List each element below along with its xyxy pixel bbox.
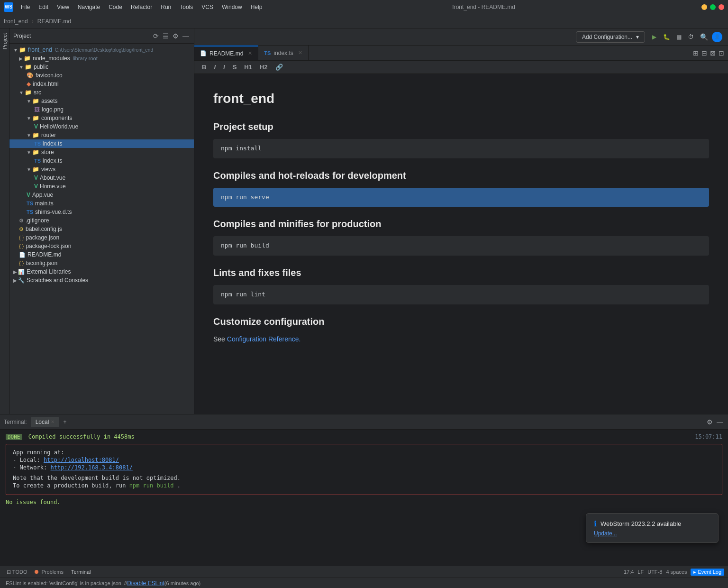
settings-icon[interactable]: ⚙ [172,31,180,41]
tree-views[interactable]: ▼ 📁 views [9,165,194,174]
tree-components-label: components [41,115,72,121]
problems-item[interactable]: Problems [32,568,66,576]
tree-shims-vue[interactable]: TS shims-vue.d.ts [9,208,194,216]
tree-index-html[interactable]: ◆ index.html [9,80,194,88]
tree-src[interactable]: ▼ 📁 src [9,88,194,97]
link-button[interactable]: 🔗 [273,63,285,72]
terminal-time: 15:07:11 [695,433,722,440]
terminal-no-issues-text: No issues found. [6,499,61,505]
code-npm-serve: npm run serve [213,188,709,207]
tree-external-libs[interactable]: ▶ 📊 External Libraries [9,267,194,276]
tree-hello-world[interactable]: V HelloWorld.vue [9,122,194,131]
terminal-minimize-icon[interactable]: — [716,417,724,427]
terminal-network-url[interactable]: http://192.168.3.4:8081/ [50,464,132,471]
run-button[interactable]: ▶ [649,32,659,42]
tree-package-lock[interactable]: { } package-lock.json [9,242,194,250]
tree-about-vue[interactable]: V About.vue [9,174,194,182]
tree-store[interactable]: ▼ 📁 store [9,148,194,156]
tree-tsconfig[interactable]: { } tsconfig.json [9,259,194,267]
tree-home-vue-label: Home.vue [40,183,66,190]
menu-refactor[interactable]: Refactor [127,3,156,11]
readme-title: front_end [213,88,709,110]
maximize-button[interactable] [710,4,716,10]
tree-babel-config[interactable]: ⚙ babel.config.js [9,225,194,233]
terminal-tools: ⚙ — [706,417,724,427]
terminal-add-tab[interactable]: + [61,417,68,427]
minimize-button[interactable] [701,4,707,10]
editor-layout-col[interactable]: ⊠ [710,49,716,57]
search-icon[interactable]: 🔍 [700,33,708,41]
terminal-item[interactable]: Terminal [68,568,94,576]
disable-eslint-link[interactable]: Disable ESLint [127,580,164,587]
notification-update-link[interactable]: Update... [594,530,710,537]
tree-gitignore[interactable]: ⚙ .gitignore [9,216,194,225]
editor-layout-split[interactable]: ⊟ [701,49,707,57]
project-tree: ▼ 📁 front_end C:\Users\Sterman\Desktop\b… [9,44,194,414]
collapse-icon[interactable]: ☰ [162,31,170,41]
hide-icon[interactable]: — [182,31,190,41]
tree-home-vue[interactable]: V Home.vue [9,182,194,191]
menu-navigate[interactable]: Navigate [74,3,104,11]
strikethrough-button[interactable]: S [231,63,239,72]
todo-item[interactable]: ⊟ TODO [4,568,30,576]
h2-button[interactable]: H2 [258,63,270,72]
tree-main-ts[interactable]: TS main.ts [9,199,194,208]
tree-router-index[interactable]: TS index.ts [9,139,194,148]
menu-file[interactable]: File [17,3,34,11]
bottom-status-bar: ⊟ TODO Problems Terminal ℹ WebStorm 2023… [0,566,728,578]
terminal-tab-local[interactable]: Local ✕ [31,417,60,427]
terminal-settings-icon[interactable]: ⚙ [706,417,714,427]
menu-window[interactable]: Window [218,3,246,11]
tree-readme-md[interactable]: 📄 README.md [9,250,194,259]
editor-layout-grid[interactable]: ⊞ [693,49,699,57]
editor-layout-row[interactable]: ⊡ [719,49,724,57]
bold-button[interactable]: B [200,63,208,72]
debug-button[interactable]: 🐛 [661,32,672,42]
configuration-reference-link[interactable]: Configuration Reference. [227,335,301,343]
tree-store-index[interactable]: TS index.ts [9,156,194,165]
terminal-local-url[interactable]: http://localhost:8081/ [44,457,119,463]
terminal-output-box: App running at: - Local: http://localhos… [6,444,722,495]
tab-index-ts[interactable]: TS index.ts ✕ [258,46,308,60]
close-button[interactable] [719,4,724,10]
tree-router[interactable]: ▼ 📁 router [9,131,194,139]
tree-scratches[interactable]: ▶ 🔧 Scratches and Consoles [9,276,194,285]
tree-package-json[interactable]: { } package.json [9,233,194,242]
add-configuration-button[interactable]: Add Configuration... ▾ [576,31,645,43]
coverage-button[interactable]: ▤ [673,32,684,42]
menu-vcs[interactable]: VCS [198,3,217,11]
menu-tools[interactable]: Tools [176,3,197,11]
menu-view[interactable]: View [53,3,73,11]
project-tab[interactable]: Project [0,30,9,52]
profile-button[interactable]: ⏱ [686,32,696,42]
sync-icon[interactable]: ⟳ [152,31,160,41]
tree-logo-png[interactable]: 🖼 logo.png [9,105,194,114]
tree-about-vue-label: About.vue [40,175,65,181]
tab-readme[interactable]: 📄 README.md ✕ [194,46,258,60]
tree-app-vue[interactable]: V App.vue [9,191,194,199]
menu-run[interactable]: Run [157,3,175,11]
menu-edit[interactable]: Edit [35,3,52,11]
event-log-badge[interactable]: ▸ Event Log [691,569,724,576]
terminal-build-line: To create a production build, run npm ru… [13,482,715,489]
terminal-local-line: - Local: http://localhost:8081/ [13,457,715,463]
tab-index-ts-icon: TS [264,50,271,56]
update-link[interactable]: Update... [594,530,617,537]
italic-button[interactable]: I [212,63,218,72]
user-avatar[interactable]: 👤 [712,32,722,42]
tree-components[interactable]: ▼ 📁 components [9,114,194,122]
notification-title-text: WebStorm 2023.2.2 available [601,520,681,527]
menu-help[interactable]: Help [247,3,266,11]
tab-index-ts-close[interactable]: ✕ [298,50,302,56]
tree-public[interactable]: ▼ 📁 public [9,63,194,71]
menu-code[interactable]: Code [105,3,126,11]
tree-node-modules[interactable]: ▶ 📁 node_modules library root [9,54,194,63]
h1-button[interactable]: H1 [242,63,254,72]
italic2-button[interactable]: I [221,63,227,72]
terminal-tab-close[interactable]: ✕ [51,419,55,424]
tab-readme-close[interactable]: ✕ [248,50,252,56]
terminal-done-badge: DONE [6,434,22,440]
tree-root[interactable]: ▼ 📁 front_end C:\Users\Sterman\Desktop\b… [9,46,194,54]
tree-favicon[interactable]: 🎨 favicon.ico [9,71,194,80]
tree-assets[interactable]: ▼ 📁 assets [9,97,194,105]
